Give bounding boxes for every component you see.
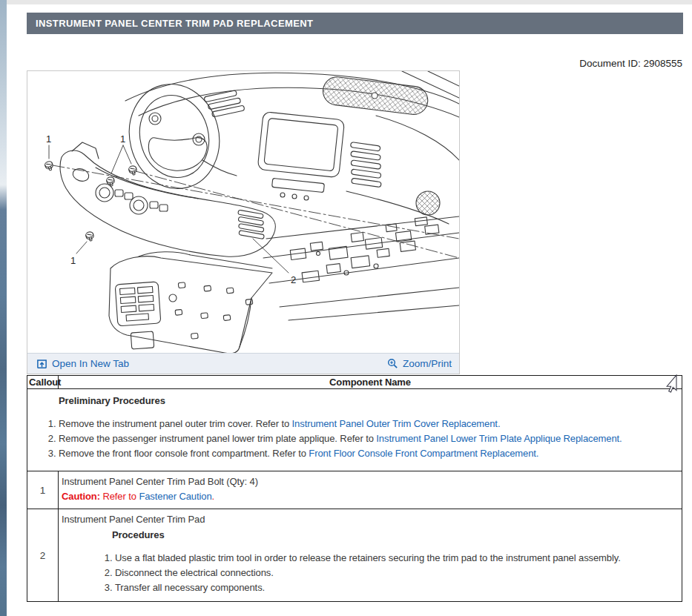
step-text: Remove the front floor console front com… [59,448,309,459]
figure-diagram: 1 1 1 2 [27,71,459,353]
procedure-step: Use a flat bladed plastic trim tool in o… [115,551,676,566]
figure-image[interactable]: 1 1 1 2 [27,71,459,353]
step-text: Remove the passenger instrument panel lo… [59,433,376,444]
figure-callout-1c: 1 [70,255,76,266]
callout-number: 1 [27,471,59,509]
reference-link-front-compartment[interactable]: Front Floor Console Front Compartment Re… [309,448,536,459]
zoom-plus-icon [387,358,398,369]
zoom-print-label: Zoom/Print [403,358,452,369]
figure-callout-2: 2 [291,274,296,285]
step-period: . [498,418,501,429]
table-row-callout-1: 1 Instrument Panel Center Trim Pad Bolt … [27,471,682,509]
reference-link-lower-trim-plate[interactable]: Instrument Panel Lower Trim Plate Appliq… [376,433,619,444]
preliminary-step: Remove the instrument panel outer trim c… [59,417,630,431]
open-in-new-tab-link[interactable]: Open In New Tab [36,358,129,369]
callout-column-header: Callout [27,376,59,389]
window-edge-strip [0,0,7,616]
component-name: Instrument Panel Center Trim Pad [62,512,676,527]
top-edge-strip [7,0,692,4]
open-in-new-tab-label: Open In New Tab [52,358,129,369]
caution-label: Caution: [62,491,100,502]
procedure-step: Transfer all necessary components. [115,580,676,595]
step-text: Remove the instrument panel outer trim c… [59,418,292,429]
page-title: INSTRUMENT PANEL CENTER TRIM PAD REPLACE… [27,13,683,34]
preliminary-step: Remove the front floor console front com… [59,446,630,461]
figure-toolbar: Open In New Tab Zoom/Print [27,353,459,374]
table-header-row: Callout Component Name [27,376,682,389]
callout-number: 2 [27,509,59,602]
zoom-print-link[interactable]: Zoom/Print [387,358,452,369]
page-title-text: INSTRUMENT PANEL CENTER TRIM PAD REPLACE… [36,18,313,29]
document-id: Document ID: 2908555 [579,58,682,69]
figure-callout-1a: 1 [46,133,51,145]
component-name-column-header: Component Name [59,376,682,389]
preliminary-procedures-title: Preliminary Procedures [59,394,630,408]
open-in-new-tab-icon [36,358,47,369]
step-period: . [536,448,539,459]
page: INSTRUMENT PANEL CENTER TRIM PAD REPLACE… [0,0,692,616]
procedures-title: Procedures [112,528,676,543]
component-table: Callout Component Name Preliminary Proce… [27,375,682,602]
reference-link-outer-trim-cover[interactable]: Instrument Panel Outer Trim Cover Replac… [292,418,498,429]
procedures-steps-list: Use a flat bladed plastic trim tool in o… [62,551,676,595]
reference-link-fastener-caution[interactable]: Fastener Caution [139,491,211,502]
caution-period: . [212,491,215,502]
preliminary-steps-list: Remove the instrument panel outer trim c… [30,417,630,461]
caution-note: Caution: Refer to Fastener Caution. [62,489,676,504]
mouse-cursor [665,374,677,394]
procedure-step: Disconnect the electrical connections. [115,566,676,580]
figure-viewer: 1 1 1 2 Open In New Tab Zoom/Pr [27,70,460,374]
preliminary-procedures-row: Preliminary Procedures Remove the instru… [27,389,682,471]
step-period: . [619,433,622,444]
caution-text: Refer to [100,491,139,502]
component-name: Instrument Panel Center Trim Pad Bolt (Q… [62,474,676,489]
preliminary-step: Remove the passenger instrument panel lo… [59,431,630,446]
figure-callout-1b: 1 [120,133,125,145]
table-row-callout-2: 2 Instrument Panel Center Trim Pad Proce… [27,509,682,602]
